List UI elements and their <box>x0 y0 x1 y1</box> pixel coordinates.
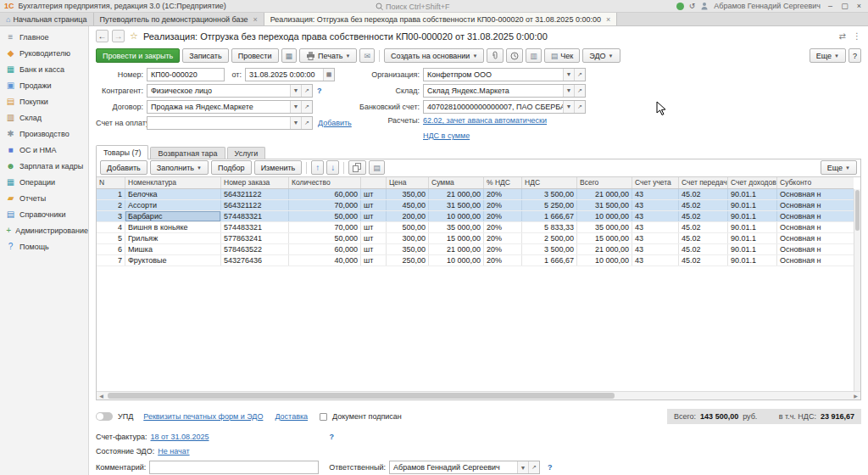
table-row[interactable]: 3Барбарис57448332150,000шт200,0010 000,0… <box>97 211 854 222</box>
cell-name[interactable]: Ассорти <box>125 200 221 210</box>
invoice-facture-link[interactable]: 18 от 31.08.2025 <box>151 433 209 441</box>
forward-button[interactable]: → <box>112 30 125 42</box>
cell-n[interactable]: 7 <box>97 255 125 265</box>
upd-toggle[interactable] <box>96 412 113 421</box>
invoice-facture-help[interactable]: ? <box>330 433 335 441</box>
responsible-help[interactable]: ? <box>548 463 553 472</box>
open-icon[interactable]: ↗ <box>574 85 585 97</box>
dropdown-icon[interactable]: ▼ <box>517 461 528 473</box>
horizontal-scrollbar[interactable]: ◀ ▶ <box>97 391 860 400</box>
cell-sum[interactable]: 31 500,00 <box>429 200 484 210</box>
cell-n[interactable]: 2 <box>97 200 125 210</box>
cell-unit[interactable]: шт <box>361 233 387 243</box>
sidebar-item-bank-cash[interactable]: ▦Банк и касса <box>0 61 88 77</box>
table-row[interactable]: 1Белочка56432112260,000шт350,0021 000,00… <box>97 189 854 200</box>
app-tab[interactable]: Реализация: Отгрузка без перехода права … <box>264 13 617 25</box>
open-icon[interactable]: ↗ <box>301 85 312 97</box>
print-button[interactable]: Печать▼ <box>299 48 357 63</box>
cell-vat[interactable]: 3 500,00 <box>522 244 577 254</box>
settlements-link[interactable]: 62.02, зачет аванса автоматически <box>423 116 547 125</box>
cell-qty[interactable]: 60,000 <box>289 189 361 199</box>
sidebar-item-salary-hr[interactable]: ☻Зарплата и кадры <box>0 158 88 174</box>
cell-vat-rate[interactable]: 20% <box>484 255 522 265</box>
invoice-input[interactable]: ▼↗ <box>147 116 313 130</box>
cell-price[interactable]: 350,00 <box>387 189 429 199</box>
sidebar-item-os-nma[interactable]: ■ОС и НМА <box>0 142 88 158</box>
cell-n[interactable]: 5 <box>97 233 125 243</box>
cell-n[interactable]: 4 <box>97 222 125 232</box>
cell-name[interactable]: Белочка <box>125 189 221 199</box>
cell-sum[interactable]: 35 000,00 <box>429 222 484 232</box>
cell-sum[interactable]: 10 000,00 <box>429 211 484 221</box>
cell-income-account[interactable]: 90.01.1 <box>728 200 777 210</box>
cell-transfer-account[interactable]: 45.02 <box>679 211 728 221</box>
cell-order[interactable]: 564321122 <box>221 200 289 210</box>
cell-order[interactable]: 578463522 <box>221 244 289 254</box>
invoice-add-link[interactable]: Добавить <box>318 119 352 127</box>
cell-unit[interactable]: шт <box>361 189 387 199</box>
global-search[interactable]: Поиск Ctrl+Shift+F <box>376 0 449 13</box>
dropdown-icon[interactable]: ▼ <box>290 101 301 113</box>
cell-name[interactable]: Барбарис <box>125 211 221 221</box>
cell-sum[interactable]: 10 000,00 <box>429 255 484 265</box>
contract-input[interactable]: Продажа на Яндекс.Маркете▼↗ <box>147 100 313 114</box>
bank-account-input[interactable]: 40702810000000000007, ПАО СБЕРБАНК▼↗ <box>423 100 586 114</box>
open-icon[interactable]: ↗ <box>574 101 585 113</box>
cell-vat[interactable]: 1 666,67 <box>522 211 577 221</box>
cell-unit[interactable]: шт <box>361 244 387 254</box>
cell-order[interactable]: 577863241 <box>221 233 289 243</box>
cell-income-account[interactable]: 90.01.1 <box>728 222 777 232</box>
number-input[interactable]: КП00-000020 <box>147 68 225 81</box>
sidebar-item-manager[interactable]: ◆Руководителю <box>0 45 88 61</box>
user-name[interactable]: Абрамов Геннадий Сергеевич <box>714 2 821 10</box>
cell-qty[interactable]: 70,000 <box>289 200 361 210</box>
copy-row-button[interactable] <box>348 160 366 175</box>
cell-vat[interactable]: 5 833,33 <box>522 222 577 232</box>
links-icon[interactable]: ⇄ <box>839 31 846 41</box>
cell-unit[interactable]: шт <box>361 200 387 210</box>
cell-order[interactable]: 564321122 <box>221 189 289 199</box>
history-icon[interactable]: ↺ <box>689 2 696 10</box>
cell-account[interactable]: 43 <box>632 255 679 265</box>
send-email-button[interactable]: ✉ <box>359 48 375 63</box>
tab-returnable-packaging[interactable]: Возвратная тара <box>150 147 225 159</box>
date-input[interactable]: 31.08.2025 0:00:00▦ <box>245 68 335 81</box>
more-vert-icon[interactable]: ⋮ <box>853 31 861 41</box>
app-tab[interactable]: ⌂Начальная страница <box>0 13 94 25</box>
cell-transfer-account[interactable]: 45.02 <box>679 255 728 265</box>
dropdown-icon[interactable]: ▼ <box>290 85 301 97</box>
cell-name[interactable]: Фруктовые <box>125 255 221 265</box>
cell-vat-rate[interactable]: 20% <box>484 200 522 210</box>
delivery-link[interactable]: Доставка <box>275 412 308 421</box>
cell-qty[interactable]: 50,000 <box>289 211 361 221</box>
cell-vat[interactable]: 1 666,67 <box>522 255 577 265</box>
responsible-input[interactable]: Абрамов Геннадий Сергеевич▼↗ <box>389 461 540 474</box>
warehouse-input[interactable]: Склад Яндекс.Маркета▼↗ <box>423 84 586 98</box>
cell-order[interactable]: 574483321 <box>221 222 289 232</box>
sidebar-item-help[interactable]: ?Помощь <box>0 238 88 254</box>
cell-n[interactable]: 3 <box>97 211 125 221</box>
cell-sum[interactable]: 21 000,00 <box>429 244 484 254</box>
cell-transfer-account[interactable]: 45.02 <box>679 200 728 210</box>
cell-transfer-account[interactable]: 45.02 <box>679 189 728 199</box>
counterparty-help[interactable]: ? <box>317 87 322 95</box>
sidebar-item-sales[interactable]: ▣Продажи <box>0 77 88 93</box>
save-button[interactable]: Записать <box>182 48 228 63</box>
organization-input[interactable]: Конфетпром ООО▼↗ <box>423 68 586 81</box>
edit-button[interactable]: Изменить <box>254 160 303 175</box>
items-more-button[interactable]: Еще▼ <box>821 160 857 175</box>
sidebar-item-directories[interactable]: ▤Справочники <box>0 206 88 222</box>
document-signed-checkbox[interactable] <box>320 413 327 421</box>
cell-qty[interactable]: 40,000 <box>289 255 361 265</box>
cell-total[interactable]: 31 500,00 <box>577 200 632 210</box>
cell-transfer-account[interactable]: 45.02 <box>679 244 728 254</box>
post-button[interactable]: Провести <box>231 48 279 63</box>
print-forms-link[interactable]: Реквизиты печатных форм и ЭДО <box>143 412 263 421</box>
cell-subconto[interactable]: Основная н <box>777 200 854 210</box>
cell-price[interactable]: 200,00 <box>387 211 429 221</box>
sidebar-item-reports[interactable]: ▰Отчеты <box>0 190 88 206</box>
cell-income-account[interactable]: 90.01.1 <box>728 233 777 243</box>
cell-name[interactable]: Грильяж <box>125 233 221 243</box>
cell-qty[interactable]: 70,000 <box>289 222 361 232</box>
sidebar-item-production[interactable]: ✱Производство <box>0 126 88 142</box>
